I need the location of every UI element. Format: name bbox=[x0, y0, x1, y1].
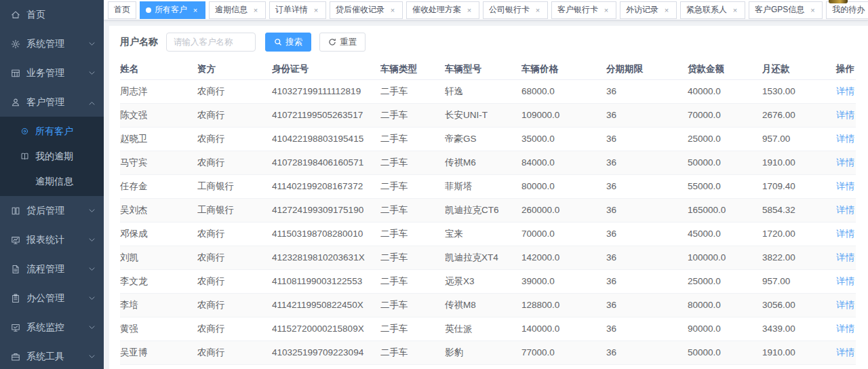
cell-vehicle_type: 二手车 bbox=[380, 174, 445, 198]
table-row: 任存金工商银行411402199208167372二手车菲斯塔80000.036… bbox=[120, 174, 856, 198]
cell-action: 详情 bbox=[815, 246, 856, 269]
detail-link[interactable]: 详情 bbox=[836, 300, 854, 310]
sidebar-item-9[interactable]: 系统工具 bbox=[0, 342, 104, 369]
tab-7[interactable]: 客户银行卡× bbox=[551, 1, 616, 19]
sidebar-item-0[interactable]: 首页 bbox=[0, 0, 104, 29]
close-icon[interactable]: × bbox=[663, 6, 671, 14]
cell-name: 黄强 bbox=[120, 317, 197, 341]
tab-4[interactable]: 贷后催收记录× bbox=[330, 1, 403, 19]
close-icon[interactable]: × bbox=[191, 6, 199, 14]
sidebar-subitem-0[interactable]: 所有客户 bbox=[0, 119, 104, 144]
cell-action: 详情 bbox=[815, 341, 856, 364]
submenu: 所有客户我的逾期逾期信息 bbox=[0, 117, 104, 196]
sidebar-item-label: 系统监控 bbox=[26, 322, 64, 334]
tab-8[interactable]: 外访记录× bbox=[620, 1, 677, 19]
sidebar-subitem-label: 逾期信息 bbox=[35, 176, 73, 188]
cell-vehicle_type: 二手车 bbox=[380, 222, 445, 246]
sidebar-item-5[interactable]: 报表统计 bbox=[0, 225, 104, 254]
close-icon[interactable]: × bbox=[731, 6, 739, 14]
tab-9[interactable]: 紧急联系人× bbox=[680, 1, 745, 19]
detail-link[interactable]: 详情 bbox=[836, 134, 854, 144]
tab-10[interactable]: 客户GPS信息× bbox=[749, 1, 823, 19]
detail-link[interactable]: 详情 bbox=[836, 110, 854, 120]
tab-6[interactable]: 公司银行卡× bbox=[483, 1, 548, 19]
search-input[interactable] bbox=[166, 33, 256, 52]
tab-3[interactable]: 订单详情× bbox=[269, 1, 326, 19]
tab-label: 首页 bbox=[114, 4, 130, 16]
cell-loan bbox=[688, 364, 762, 369]
column-header-1: 资方 bbox=[197, 60, 272, 79]
chevron-down-icon bbox=[89, 237, 95, 244]
cell-action: 详情 bbox=[815, 364, 856, 369]
table-header-row: 姓名资方身份证号车辆类型车辆型号车辆价格分期期限贷款金额月还款操作 bbox=[120, 60, 856, 79]
cell-vehicle_type: 二手车 bbox=[380, 341, 445, 364]
cell-price: 142000.0 bbox=[521, 246, 606, 269]
tab-label: 逾期信息 bbox=[215, 4, 248, 16]
cell-id_no: 41152720000215809X bbox=[272, 317, 380, 341]
cell-price: 39000.0 bbox=[521, 269, 606, 293]
close-icon[interactable]: × bbox=[312, 6, 320, 14]
cell-name: 周志洋 bbox=[120, 79, 197, 103]
detail-link[interactable]: 详情 bbox=[836, 276, 854, 286]
tab-label: 外访记录 bbox=[626, 4, 658, 16]
sidebar-item-3[interactable]: 客户管理 bbox=[0, 88, 104, 117]
content-area: 用户名称 搜索 bbox=[104, 20, 868, 369]
home-icon bbox=[11, 10, 20, 20]
sidebar-item-label: 系统管理 bbox=[26, 38, 64, 50]
cell-model: 轩逸 bbox=[445, 79, 521, 103]
table-row: 吴刘杰工商银行412724199309175190二手车凯迪拉克CT626000… bbox=[120, 198, 856, 222]
detail-link[interactable]: 详情 bbox=[836, 157, 854, 168]
gear-icon bbox=[11, 39, 20, 49]
sidebar-item-4[interactable]: 贷后管理 bbox=[0, 196, 104, 225]
reset-button[interactable]: 重置 bbox=[319, 33, 366, 52]
sidebar-item-label: 流程管理 bbox=[26, 263, 64, 275]
column-header-7: 贷款金额 bbox=[688, 60, 762, 79]
cell-action: 详情 bbox=[815, 103, 856, 127]
tab-0[interactable]: 首页 bbox=[108, 1, 136, 19]
sidebar-item-7[interactable]: 办公管理 bbox=[0, 284, 104, 313]
tab-2[interactable]: 逾期信息× bbox=[209, 1, 266, 19]
clipped-avatar-strip bbox=[829, 0, 848, 3]
sidebar-subitem-1[interactable]: 我的逾期 bbox=[0, 144, 104, 169]
detail-link[interactable]: 详情 bbox=[836, 229, 854, 239]
tab-11[interactable]: 我的待办× bbox=[826, 1, 868, 19]
detail-link[interactable]: 详情 bbox=[836, 86, 854, 96]
detail-link[interactable]: 详情 bbox=[836, 205, 854, 215]
cell-monthly: 1910.00 bbox=[762, 341, 815, 364]
close-icon[interactable]: × bbox=[252, 6, 260, 14]
reset-button-label: 重置 bbox=[340, 37, 357, 48]
sidebar-item-2[interactable]: 业务管理 bbox=[0, 58, 104, 88]
cell-loan: 165000.0 bbox=[688, 198, 762, 222]
sidebar-item-1[interactable]: 系统管理 bbox=[0, 29, 104, 58]
cell-name: 吴刘杰 bbox=[120, 198, 197, 222]
cell-action: 详情 bbox=[815, 198, 856, 222]
cell-name bbox=[120, 364, 197, 369]
cell-term: 36 bbox=[606, 103, 688, 127]
cell-loan: 50000.0 bbox=[688, 341, 762, 364]
close-icon[interactable]: × bbox=[389, 6, 397, 14]
detail-link[interactable]: 详情 bbox=[836, 181, 854, 191]
column-header-8: 月还款 bbox=[762, 60, 815, 79]
table-row: 李培农商行41142119950822450X二手车传祺M8128800.036… bbox=[120, 293, 856, 317]
detail-link[interactable]: 详情 bbox=[836, 324, 854, 334]
sidebar-item-8[interactable]: 系统监控 bbox=[0, 313, 104, 342]
cell-action: 详情 bbox=[815, 317, 856, 341]
cell-funder: 农商行 bbox=[197, 222, 272, 246]
close-icon[interactable]: × bbox=[534, 6, 542, 14]
cell-action: 详情 bbox=[815, 174, 856, 198]
close-icon[interactable]: × bbox=[602, 6, 610, 14]
cell-term: 36 bbox=[606, 198, 688, 222]
search-button[interactable]: 搜索 bbox=[265, 33, 311, 52]
sidebar-subitem-2[interactable]: 逾期信息 bbox=[0, 169, 104, 194]
cell-monthly bbox=[762, 364, 815, 369]
tab-5[interactable]: 催收处理方案× bbox=[406, 1, 479, 19]
column-header-2: 身份证号 bbox=[272, 60, 380, 79]
close-icon[interactable]: × bbox=[465, 6, 473, 14]
close-icon[interactable]: × bbox=[808, 6, 816, 14]
detail-link[interactable]: 详情 bbox=[836, 347, 854, 357]
detail-link[interactable]: 详情 bbox=[836, 252, 854, 263]
sidebar-item-6[interactable]: 流程管理 bbox=[0, 254, 104, 284]
tab-1[interactable]: 所有客户× bbox=[140, 1, 205, 19]
tab-label: 订单详情 bbox=[275, 4, 308, 16]
cell-id_no: 411503198708280010 bbox=[272, 222, 380, 246]
